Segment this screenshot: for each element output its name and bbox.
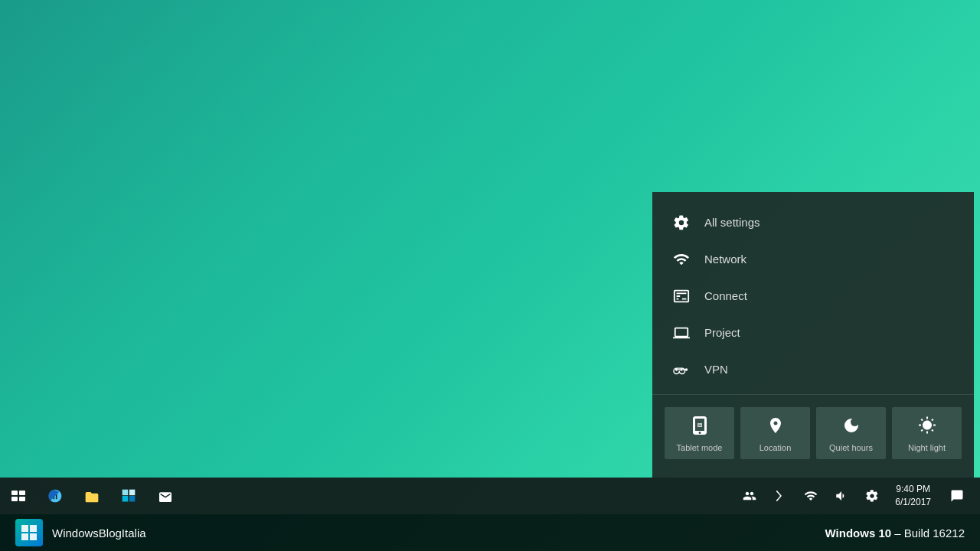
- date-display: 6/1/2017: [895, 496, 931, 509]
- divider: [652, 394, 974, 395]
- taskbar-right: 9:40 PM 6/1/2017: [736, 478, 980, 514]
- quick-actions-grid: Tablet mode Location Quiet hours: [652, 401, 974, 465]
- tablet-mode-icon: [691, 416, 709, 439]
- mail-button[interactable]: [147, 478, 184, 514]
- file-explorer-button[interactable]: [74, 478, 110, 514]
- tray-settings-icon[interactable]: [858, 478, 886, 514]
- night-light-label: Night light: [908, 443, 946, 453]
- svg-rect-10: [122, 490, 129, 496]
- tablet-mode-button[interactable]: Tablet mode: [665, 407, 734, 459]
- location-label: Location: [760, 443, 792, 453]
- all-settings-item[interactable]: All settings: [652, 204, 974, 241]
- settings-icon: [671, 212, 692, 233]
- connect-label: Connect: [704, 289, 747, 302]
- network-status-icon[interactable]: [797, 478, 825, 514]
- night-light-icon: [918, 416, 936, 439]
- store-button[interactable]: [110, 478, 147, 514]
- vpn-item[interactable]: VPN: [652, 351, 974, 388]
- os-name: Windows 10: [825, 527, 892, 540]
- clock[interactable]: 9:40 PM 6/1/2017: [889, 483, 937, 509]
- vpn-icon: [671, 359, 692, 380]
- taskbar-left: [0, 478, 736, 514]
- time-display: 9:40 PM: [895, 483, 931, 496]
- quiet-hours-button[interactable]: Quiet hours: [816, 407, 886, 459]
- desktop: All settings Network Connect: [0, 0, 980, 551]
- network-icon: [671, 249, 692, 270]
- brand-logo: [15, 519, 43, 546]
- project-item[interactable]: Project: [652, 315, 974, 351]
- action-center-button[interactable]: [940, 478, 974, 514]
- watermark-bar: WindowsBlogItalia Windows 10 – Build 162…: [0, 514, 980, 551]
- action-center-panel: All settings Network Connect: [652, 192, 974, 478]
- quiet-hours-label: Quiet hours: [829, 443, 873, 453]
- os-info: Windows 10 – Build 16212: [825, 527, 965, 540]
- project-label: Project: [704, 326, 740, 339]
- svg-rect-14: [21, 533, 28, 540]
- brand-name: WindowsBlogItalia: [52, 527, 146, 540]
- svg-rect-9: [129, 496, 136, 502]
- svg-rect-13: [30, 525, 37, 532]
- location-button[interactable]: Location: [740, 407, 810, 459]
- brand-left: WindowsBlogItalia: [15, 519, 146, 546]
- svg-rect-15: [30, 533, 37, 540]
- build-info: – Build 16212: [894, 527, 965, 540]
- taskbar: 9:40 PM 6/1/2017: [0, 478, 980, 514]
- svg-rect-11: [129, 490, 136, 496]
- edge-browser-button[interactable]: [37, 478, 74, 514]
- vpn-label: VPN: [704, 363, 728, 376]
- svg-rect-5: [19, 491, 25, 495]
- connect-icon: [671, 285, 692, 307]
- quiet-hours-icon: [842, 416, 861, 439]
- svg-rect-8: [122, 496, 129, 502]
- show-hidden-icons-button[interactable]: [766, 478, 794, 514]
- svg-rect-4: [11, 491, 18, 495]
- tablet-mode-label: Tablet mode: [677, 443, 723, 453]
- project-icon: [671, 322, 692, 344]
- task-view-button[interactable]: [0, 478, 37, 514]
- connect-item[interactable]: Connect: [652, 278, 974, 315]
- network-label: Network: [704, 253, 746, 266]
- svg-rect-12: [21, 525, 28, 532]
- svg-rect-6: [11, 497, 18, 501]
- svg-rect-7: [19, 497, 25, 501]
- network-item[interactable]: Network: [652, 241, 974, 278]
- night-light-button[interactable]: Night light: [892, 407, 962, 459]
- volume-icon[interactable]: [828, 478, 855, 514]
- location-icon: [766, 416, 785, 439]
- all-settings-label: All settings: [704, 216, 760, 229]
- people-icon[interactable]: [736, 478, 763, 514]
